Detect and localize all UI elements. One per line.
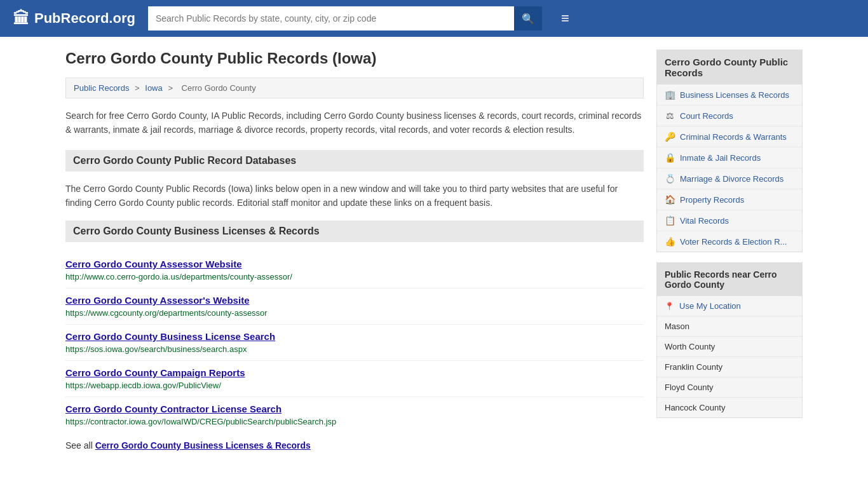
thumbsup-icon: 👍 — [665, 236, 675, 247]
record-url-1: https://www.cgcounty.org/departments/cou… — [65, 308, 268, 318]
see-all-text: See all — [65, 440, 93, 451]
record-item: Cerro Gordo County Business License Sear… — [65, 325, 644, 361]
nearby-franklin-county[interactable]: Franklin County — [657, 357, 802, 377]
sidebar-item-criminal[interactable]: 🔑 Criminal Records & Warrants — [657, 126, 802, 147]
sidebar-item-voter[interactable]: 👍 Voter Records & Election R... — [657, 231, 802, 252]
sidebar: Cerro Gordo County Public Records 🏢 Busi… — [656, 50, 803, 451]
nearby-mason-label: Mason — [665, 322, 689, 331]
sidebar-item-label: Voter Records & Election R... — [680, 237, 787, 247]
nearby-location-label: Use My Location — [679, 301, 741, 311]
page-title: Cerro Gordo County Public Records (Iowa) — [65, 50, 644, 67]
sidebar-item-business[interactable]: 🏢 Business Licenses & Records — [657, 85, 802, 105]
sidebar-item-label: Inmate & Jail Records — [680, 153, 761, 163]
breadcrumb-link-public-records[interactable]: Public Records — [74, 83, 129, 93]
nearby-mason[interactable]: Mason — [657, 316, 802, 337]
lock-icon: 🔒 — [665, 152, 675, 163]
house-icon: 🏠 — [665, 194, 675, 205]
record-link-1[interactable]: Cerro Gordo County Assessor's Website — [65, 295, 644, 306]
breadcrumb-sep-2: > — [168, 83, 175, 93]
logo-text: PubRecord.org — [34, 10, 135, 27]
logo-icon: 🏛 — [13, 9, 29, 29]
search-button[interactable]: 🔍 — [514, 6, 542, 30]
records-list: Cerro Gordo County Assessor Website http… — [65, 252, 644, 433]
breadcrumb-current: Cerro Gordo County — [182, 83, 256, 93]
pin-icon: 📍 — [665, 302, 674, 311]
see-all-area: See all Cerro Gordo County Business Lice… — [65, 440, 644, 451]
record-item: Cerro Gordo County Contractor License Se… — [65, 397, 644, 433]
sidebar-item-label: Business Licenses & Records — [680, 90, 789, 100]
database-description: The Cerro Gordo County Public Records (I… — [65, 182, 644, 210]
record-item: Cerro Gordo County Campaign Reports http… — [65, 361, 644, 397]
ring-icon: 💍 — [665, 173, 675, 184]
see-all-link[interactable]: Cerro Gordo County Business Licenses & R… — [95, 440, 311, 451]
sidebar-item-label: Vital Records — [680, 216, 729, 226]
nearby-worth-label: Worth County — [665, 342, 715, 351]
sidebar-public-records: Cerro Gordo County Public Records 🏢 Busi… — [656, 50, 803, 252]
nearby-hancock-county[interactable]: Hancock County — [657, 398, 802, 417]
search-area: 🔍 — [148, 6, 542, 30]
sidebar-item-label: Property Records — [680, 195, 744, 205]
site-logo[interactable]: 🏛 PubRecord.org — [13, 9, 135, 29]
record-url-0: http://www.co.cerro-gordo.ia.us/departme… — [65, 272, 292, 281]
sidebar-item-property[interactable]: 🏠 Property Records — [657, 189, 802, 210]
sidebar-item-inmate[interactable]: 🔒 Inmate & Jail Records — [657, 147, 802, 168]
nearby-worth-county[interactable]: Worth County — [657, 337, 802, 357]
key-icon: 🔑 — [665, 132, 675, 142]
sidebar-nearby: Public Records near Cerro Gordo County 📍… — [656, 262, 803, 418]
nearby-floyd-county[interactable]: Floyd County — [657, 377, 802, 398]
record-link-0[interactable]: Cerro Gordo County Assessor Website — [65, 259, 644, 269]
building-icon: 🏢 — [665, 90, 675, 100]
nearby-hancock-label: Hancock County — [665, 403, 725, 412]
record-item: Cerro Gordo County Assessor Website http… — [65, 252, 644, 288]
record-item: Cerro Gordo County Assessor's Website ht… — [65, 288, 644, 325]
sidebar-public-records-title: Cerro Gordo County Public Records — [657, 50, 802, 85]
nearby-title: Public Records near Cerro Gordo County — [657, 263, 802, 296]
sidebar-item-marriage[interactable]: 💍 Marriage & Divorce Records — [657, 168, 802, 189]
menu-button[interactable]: ≡ — [561, 10, 569, 27]
record-link-2[interactable]: Cerro Gordo County Business License Sear… — [65, 331, 644, 342]
nearby-floyd-label: Floyd County — [665, 383, 714, 392]
sidebar-item-label: Court Records — [680, 111, 733, 121]
business-section-header: Cerro Gordo County Business Licenses & R… — [65, 220, 644, 242]
breadcrumb: Public Records > Iowa > Cerro Gordo Coun… — [65, 78, 644, 98]
search-input[interactable] — [148, 6, 514, 30]
record-link-4[interactable]: Cerro Gordo County Contractor License Se… — [65, 403, 644, 414]
content-area: Cerro Gordo County Public Records (Iowa)… — [65, 50, 644, 451]
nearby-use-location[interactable]: 📍 Use My Location — [657, 296, 802, 316]
sidebar-item-label: Criminal Records & Warrants — [680, 132, 787, 142]
sidebar-item-label: Marriage & Divorce Records — [680, 174, 783, 184]
breadcrumb-sep-1: > — [135, 83, 142, 93]
record-url-2: https://sos.iowa.gov/search/business/sea… — [65, 344, 247, 354]
clipboard-icon: 📋 — [665, 215, 675, 226]
record-url-3: https://webapp.iecdb.iowa.gov/PublicView… — [65, 381, 221, 390]
site-header: 🏛 PubRecord.org 🔍 ≡ — [0, 0, 868, 37]
database-section-header: Cerro Gordo County Public Record Databas… — [65, 150, 644, 172]
breadcrumb-link-iowa[interactable]: Iowa — [145, 83, 162, 93]
nearby-franklin-label: Franklin County — [665, 362, 722, 372]
scales-icon: ⚖ — [665, 111, 675, 121]
record-url-4: https://contractor.iowa.gov/IowaIWD/CREG… — [65, 417, 336, 426]
main-container: Cerro Gordo County Public Records (Iowa)… — [53, 37, 815, 463]
sidebar-item-vital[interactable]: 📋 Vital Records — [657, 210, 802, 231]
sidebar-item-court[interactable]: ⚖ Court Records — [657, 105, 802, 126]
record-link-3[interactable]: Cerro Gordo County Campaign Reports — [65, 367, 644, 378]
page-description: Search for free Cerro Gordo County, IA P… — [65, 109, 644, 137]
